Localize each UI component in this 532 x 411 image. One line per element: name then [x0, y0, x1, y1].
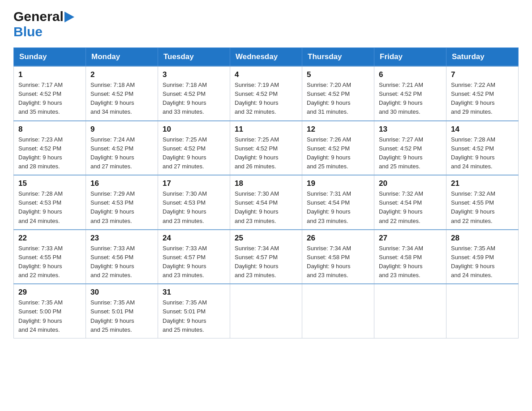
day-info: Sunrise: 7:33 AMSunset: 4:56 PMDaylight:… [90, 244, 153, 280]
day-info: Sunrise: 7:19 AMSunset: 4:52 PMDaylight:… [235, 81, 297, 117]
day-number: 10 [163, 125, 225, 134]
logo: General Blue [13, 9, 74, 39]
day-info: Sunrise: 7:33 AMSunset: 4:57 PMDaylight:… [163, 244, 225, 280]
weekday-header-tuesday: Tuesday [158, 48, 230, 67]
day-info: Sunrise: 7:29 AMSunset: 4:53 PMDaylight:… [90, 189, 153, 226]
day-info: Sunrise: 7:33 AMSunset: 4:55 PMDaylight:… [18, 244, 81, 280]
day-number: 8 [18, 125, 81, 134]
calendar-cell: 4Sunrise: 7:19 AMSunset: 4:52 PMDaylight… [230, 66, 302, 121]
svg-marker-0 [64, 12, 74, 22]
calendar-cell [230, 284, 302, 338]
calendar-cell: 20Sunrise: 7:32 AMSunset: 4:54 PMDayligh… [374, 175, 446, 230]
weekday-header-wednesday: Wednesday [230, 48, 302, 67]
day-info: Sunrise: 7:27 AMSunset: 4:52 PMDaylight:… [379, 135, 442, 171]
day-number: 28 [451, 234, 514, 243]
logo-general: General [13, 9, 64, 24]
day-number: 9 [90, 125, 153, 134]
calendar-cell: 14Sunrise: 7:28 AMSunset: 4:52 PMDayligh… [446, 121, 519, 176]
day-number: 13 [379, 125, 442, 134]
calendar-cell [302, 284, 374, 338]
calendar-cell: 28Sunrise: 7:35 AMSunset: 4:59 PMDayligh… [446, 230, 519, 284]
day-info: Sunrise: 7:35 AMSunset: 4:59 PMDaylight:… [451, 244, 514, 280]
day-info: Sunrise: 7:35 AMSunset: 5:01 PMDaylight:… [163, 298, 225, 334]
day-number: 11 [235, 125, 297, 134]
day-number: 3 [163, 70, 225, 79]
day-number: 18 [235, 179, 297, 188]
weekday-header-thursday: Thursday [302, 48, 374, 67]
day-number: 16 [90, 179, 153, 188]
day-info: Sunrise: 7:28 AMSunset: 4:53 PMDaylight:… [18, 189, 81, 226]
calendar-cell: 5Sunrise: 7:20 AMSunset: 4:52 PMDaylight… [302, 66, 374, 121]
calendar-cell: 19Sunrise: 7:31 AMSunset: 4:54 PMDayligh… [302, 175, 374, 230]
calendar-week-row: 1Sunrise: 7:17 AMSunset: 4:52 PMDaylight… [14, 66, 519, 121]
calendar-cell: 29Sunrise: 7:35 AMSunset: 5:00 PMDayligh… [14, 284, 86, 338]
day-info: Sunrise: 7:25 AMSunset: 4:52 PMDaylight:… [163, 135, 225, 171]
day-number: 25 [235, 234, 297, 243]
calendar-cell: 21Sunrise: 7:32 AMSunset: 4:55 PMDayligh… [446, 175, 519, 230]
day-number: 29 [18, 288, 81, 297]
calendar-cell: 24Sunrise: 7:33 AMSunset: 4:57 PMDayligh… [158, 230, 230, 284]
calendar-cell: 16Sunrise: 7:29 AMSunset: 4:53 PMDayligh… [86, 175, 158, 230]
calendar-cell: 26Sunrise: 7:34 AMSunset: 4:58 PMDayligh… [302, 230, 374, 284]
calendar-week-row: 8Sunrise: 7:23 AMSunset: 4:52 PMDaylight… [14, 121, 519, 176]
day-info: Sunrise: 7:17 AMSunset: 4:52 PMDaylight:… [18, 81, 81, 117]
weekday-header-friday: Friday [374, 48, 446, 67]
calendar-cell [446, 284, 519, 338]
day-number: 21 [451, 179, 514, 188]
calendar-week-row: 29Sunrise: 7:35 AMSunset: 5:00 PMDayligh… [14, 284, 519, 338]
day-info: Sunrise: 7:34 AMSunset: 4:58 PMDaylight:… [307, 244, 369, 280]
day-number: 14 [451, 125, 514, 134]
calendar-cell: 17Sunrise: 7:30 AMSunset: 4:53 PMDayligh… [158, 175, 230, 230]
day-number: 26 [307, 234, 369, 243]
calendar-cell: 31Sunrise: 7:35 AMSunset: 5:01 PMDayligh… [158, 284, 230, 338]
calendar-cell: 15Sunrise: 7:28 AMSunset: 4:53 PMDayligh… [14, 175, 86, 230]
day-number: 15 [18, 179, 81, 188]
logo-arrow-icon [64, 12, 74, 22]
day-info: Sunrise: 7:35 AMSunset: 5:00 PMDaylight:… [18, 298, 81, 334]
day-info: Sunrise: 7:23 AMSunset: 4:52 PMDaylight:… [18, 135, 81, 171]
day-info: Sunrise: 7:26 AMSunset: 4:52 PMDaylight:… [307, 135, 369, 171]
day-info: Sunrise: 7:32 AMSunset: 4:54 PMDaylight:… [379, 189, 442, 226]
calendar-cell: 27Sunrise: 7:34 AMSunset: 4:58 PMDayligh… [374, 230, 446, 284]
day-number: 5 [307, 70, 369, 79]
weekday-header-monday: Monday [86, 48, 158, 67]
day-info: Sunrise: 7:32 AMSunset: 4:55 PMDaylight:… [451, 189, 514, 226]
day-info: Sunrise: 7:20 AMSunset: 4:52 PMDaylight:… [307, 81, 369, 117]
day-number: 17 [163, 179, 225, 188]
day-number: 22 [18, 234, 81, 243]
day-number: 19 [307, 179, 369, 188]
logo-blue: Blue [13, 24, 43, 39]
day-number: 27 [379, 234, 442, 243]
calendar-cell: 3Sunrise: 7:18 AMSunset: 4:52 PMDaylight… [158, 66, 230, 121]
day-number: 7 [451, 70, 514, 79]
calendar-week-row: 15Sunrise: 7:28 AMSunset: 4:53 PMDayligh… [14, 175, 519, 230]
calendar-table: SundayMondayTuesdayWednesdayThursdayFrid… [13, 47, 519, 338]
calendar-cell: 30Sunrise: 7:35 AMSunset: 5:01 PMDayligh… [86, 284, 158, 338]
day-info: Sunrise: 7:18 AMSunset: 4:52 PMDaylight:… [163, 81, 225, 117]
calendar-cell: 11Sunrise: 7:25 AMSunset: 4:52 PMDayligh… [230, 121, 302, 176]
day-number: 31 [163, 288, 225, 297]
calendar-cell: 12Sunrise: 7:26 AMSunset: 4:52 PMDayligh… [302, 121, 374, 176]
day-info: Sunrise: 7:24 AMSunset: 4:52 PMDaylight:… [90, 135, 153, 171]
day-info: Sunrise: 7:35 AMSunset: 5:01 PMDaylight:… [90, 298, 153, 334]
calendar-cell: 25Sunrise: 7:34 AMSunset: 4:57 PMDayligh… [230, 230, 302, 284]
day-number: 20 [379, 179, 442, 188]
day-info: Sunrise: 7:25 AMSunset: 4:52 PMDaylight:… [235, 135, 297, 171]
weekday-header-sunday: Sunday [14, 48, 86, 67]
calendar-week-row: 22Sunrise: 7:33 AMSunset: 4:55 PMDayligh… [14, 230, 519, 284]
calendar-cell: 22Sunrise: 7:33 AMSunset: 4:55 PMDayligh… [14, 230, 86, 284]
day-number: 6 [379, 70, 442, 79]
day-info: Sunrise: 7:22 AMSunset: 4:52 PMDaylight:… [451, 81, 514, 117]
day-info: Sunrise: 7:28 AMSunset: 4:52 PMDaylight:… [451, 135, 514, 171]
day-info: Sunrise: 7:30 AMSunset: 4:53 PMDaylight:… [163, 189, 225, 226]
day-info: Sunrise: 7:21 AMSunset: 4:52 PMDaylight:… [379, 81, 442, 117]
calendar-cell: 18Sunrise: 7:30 AMSunset: 4:54 PMDayligh… [230, 175, 302, 230]
day-info: Sunrise: 7:30 AMSunset: 4:54 PMDaylight:… [235, 189, 297, 226]
calendar-cell [374, 284, 446, 338]
day-number: 4 [235, 70, 297, 79]
day-number: 1 [18, 70, 81, 79]
calendar-header-row: SundayMondayTuesdayWednesdayThursdayFrid… [14, 48, 519, 67]
page-header: General Blue [13, 9, 519, 39]
calendar-cell: 8Sunrise: 7:23 AMSunset: 4:52 PMDaylight… [14, 121, 86, 176]
calendar-cell: 23Sunrise: 7:33 AMSunset: 4:56 PMDayligh… [86, 230, 158, 284]
